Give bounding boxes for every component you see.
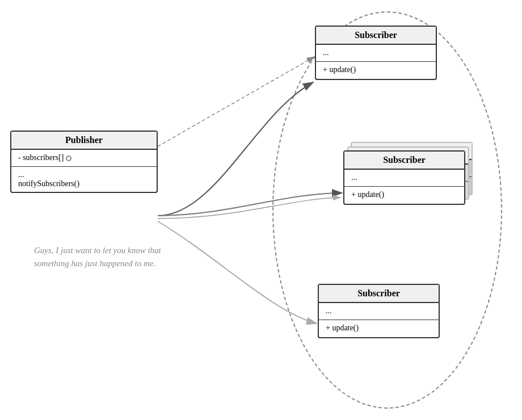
subscriber-bot-method: + update() — [319, 320, 439, 337]
subscriber-mid-title: Subscriber — [344, 152, 464, 170]
association-circle — [66, 156, 71, 161]
publisher-box: Publisher - subscribers[] ... notifySubs… — [10, 131, 158, 193]
diagram-container: Publisher - subscribers[] ... notifySubs… — [0, 0, 522, 420]
publisher-field2: ... notifySubscribers() — [11, 167, 157, 192]
subscriber-top-title: Subscriber — [316, 27, 436, 45]
subscriber-mid-field: ... — [344, 170, 464, 187]
subscriber-bot-field: ... — [319, 303, 439, 320]
subscriber-bot-title: Subscriber — [319, 285, 439, 303]
publisher-title: Publisher — [11, 132, 157, 150]
subscriber-mid-box: Subscriber ... + update() — [343, 150, 465, 205]
subscriber-top-field: ... — [316, 45, 436, 62]
publisher-field1: - subscribers[] — [11, 150, 157, 167]
quote-text: Guys, I just want to let you know that s… — [34, 244, 176, 270]
subscriber-mid-method: + update() — [344, 187, 464, 204]
subscriber-top-box: Subscriber ... + update() — [315, 26, 437, 80]
subscriber-top-method: + update() — [316, 62, 436, 79]
subscriber-bot-box: Subscriber ... + update() — [318, 284, 440, 338]
